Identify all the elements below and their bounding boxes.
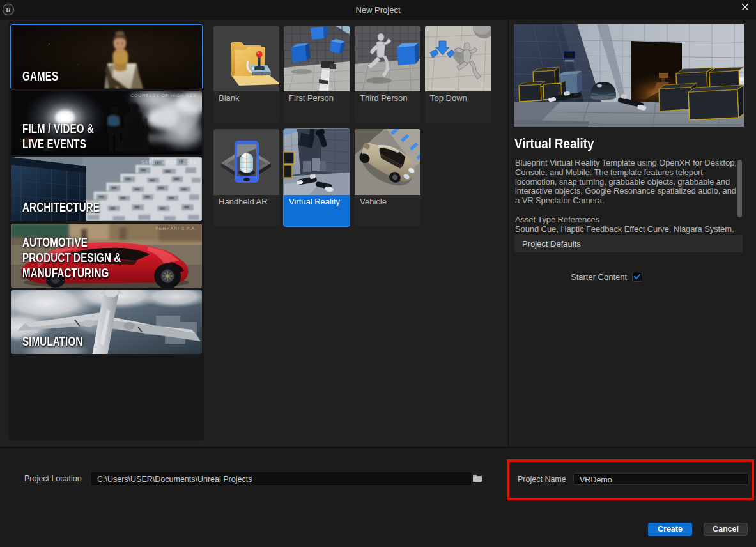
svg-text:u: u (6, 5, 11, 14)
